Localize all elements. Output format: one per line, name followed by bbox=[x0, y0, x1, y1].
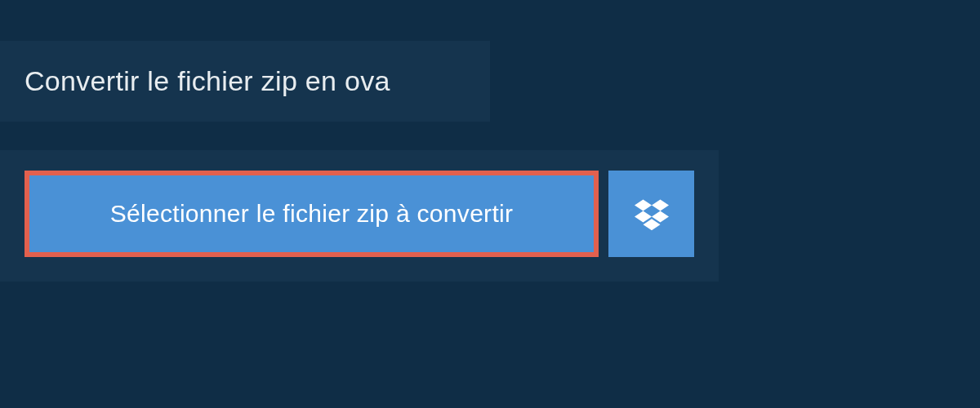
select-file-button[interactable]: Sélectionner le fichier zip à convertir bbox=[24, 171, 599, 257]
select-file-button-label: Sélectionner le fichier zip à convertir bbox=[110, 200, 514, 228]
dropbox-icon bbox=[635, 197, 669, 231]
dropbox-button[interactable] bbox=[608, 171, 694, 257]
header-panel: Convertir le fichier zip en ova bbox=[0, 41, 490, 122]
upload-panel: Sélectionner le fichier zip à convertir bbox=[0, 150, 719, 282]
page-title: Convertir le fichier zip en ova bbox=[24, 65, 466, 97]
